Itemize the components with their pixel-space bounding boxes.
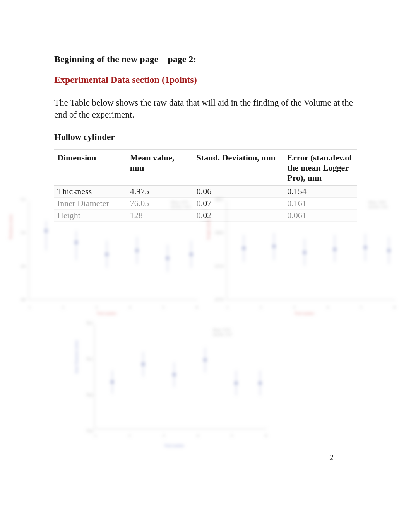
th-mean: Mean value, mm — [127, 150, 194, 186]
x-axis-ticks: 123456 — [29, 305, 198, 309]
xlabel: Trial number — [294, 311, 314, 315]
document-page: Beginning of the new page – page 2: Expe… — [0, 0, 411, 532]
th-error: Error (stan.dev.of the mean Logger Pro),… — [284, 150, 357, 186]
cell-dimension: Thickness — [54, 186, 127, 198]
plot-area — [94, 325, 267, 429]
plot-area — [226, 201, 396, 300]
page-number: 2 — [329, 452, 334, 462]
cell-std: 0.06 — [194, 186, 284, 198]
charts-row: Thickness (mm) 5.25.04.94.8 — [12, 197, 399, 313]
table-header-row: Dimension Mean value, mm Stand. Deviatio… — [54, 150, 357, 186]
x-axis-ticks: 123456 — [94, 433, 267, 438]
xlabel: Trial number — [96, 311, 116, 315]
th-std: Stand. Deviation, mm — [194, 150, 284, 186]
y-axis-ticks: 76.376.176.075.8 — [77, 321, 93, 433]
intro-paragraph: The Table below shows the raw data that … — [54, 97, 357, 121]
chart-legend: Mean: 76.05 Std Dev: 0.07 — [213, 328, 232, 337]
chart-height: Height (mm) 128.2128.0127.9127.8 — [209, 197, 399, 313]
page-marker-heading: Beginning of the new page – page 2: — [54, 54, 357, 65]
cell-error: 0.154 — [284, 186, 357, 198]
th-dimension: Dimension — [54, 150, 127, 186]
y-axis-ticks: 128.2128.0127.9127.8 — [209, 197, 225, 302]
plot-area — [29, 201, 198, 300]
chart-legend: Mean: 128.0 Std Dev: 0.02 — [368, 200, 388, 209]
cell-mean: 4.975 — [127, 186, 194, 198]
xlabel: Trial number — [77, 443, 271, 448]
y-axis-ticks: 5.25.04.94.8 — [12, 197, 27, 302]
x-axis-ticks: 123456 — [226, 305, 396, 309]
chart-legend: Mean: 4.975 Std Dev: 0.06 — [171, 200, 190, 209]
section-title: Experimental Data section (1points) — [54, 75, 357, 85]
chart-thickness: Thickness (mm) 5.25.04.94.8 — [12, 197, 202, 313]
chart-inner-diameter: Inner Diameter (mm) 76.376.176.075.8 123… — [77, 321, 271, 445]
table-row: Thickness 4.975 0.06 0.154 — [54, 186, 357, 198]
sub-heading: Hollow cylinder — [54, 132, 357, 142]
